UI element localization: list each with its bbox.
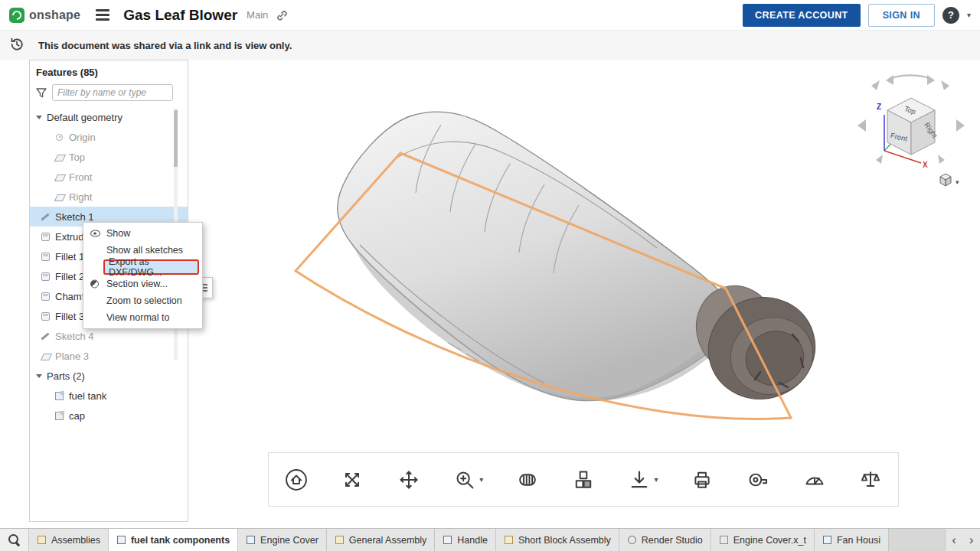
menu-item-section-view[interactable]: Section view... [83,276,202,292]
view-cube[interactable]: Top Front Right Z X ▾ [858,75,965,186]
top-bar: onshape Gas Leaf Blower Main CREATE ACCO… [0,0,980,31]
tab-render-studio[interactable]: Render Studio [619,529,711,551]
eye-icon [90,230,100,237]
fillet-icon [41,272,51,282]
export-button[interactable]: ▾ [624,465,661,495]
sketch-icon [41,212,51,222]
onshape-logo-text: onshape [29,8,80,22]
part-studio-tab-icon [246,535,256,545]
part-studio-tab-icon [116,535,126,545]
tree-item-front-plane[interactable]: Front [30,167,188,187]
assembly-tab-icon [504,535,514,545]
onshape-logo-icon [9,8,24,23]
view-cube-caret-icon[interactable]: ▾ [956,178,959,186]
filter-icon [36,88,47,98]
view-toolbar: ▾ ▾ [268,452,899,507]
chevron-down-icon[interactable] [36,116,42,119]
fillet-icon [41,252,51,262]
tab-search-button[interactable] [0,529,29,551]
sketch-icon [41,331,51,341]
tab-fuel-tank-components[interactable]: fuel tank components [109,529,238,551]
tree-item-origin[interactable]: Origin [30,127,188,147]
fillet-icon [41,311,51,321]
extrude-icon [41,232,51,242]
axis-x-label: X [923,161,928,169]
plane-icon [54,192,64,202]
tree-item-fuel-tank[interactable]: fuel tank [30,386,188,406]
part-icon [54,391,64,401]
tab-scroll-right-icon[interactable]: › [969,533,973,547]
view-only-banner: This document was shared via a link and … [0,31,980,60]
zoom-button[interactable]: ▾ [449,465,486,495]
tree-item-right-plane[interactable]: Right [30,187,188,207]
plane-icon [54,152,64,162]
tree-group-parts[interactable]: Parts (2) [30,366,188,386]
menu-item-view-normal-to[interactable]: View normal to [83,309,202,326]
filter-input[interactable] [52,84,173,101]
tab-fan-housing[interactable]: Fan Housi [815,529,889,551]
export-caret-icon[interactable]: ▾ [654,475,658,484]
tab-engine-cover[interactable]: Engine Cover [238,529,327,551]
tree-item-top-plane[interactable]: Top [30,147,188,167]
render-studio-tab-icon [627,535,637,545]
document-title: Gas Leaf Blower [123,7,237,24]
tab-engine-cover-xt[interactable]: Engine Cover.x_t [711,529,815,551]
part-studio-tab-icon [822,535,832,545]
assembly-tab-icon [37,535,47,545]
view-cube-menu-button[interactable]: ▾ [940,174,959,186]
scrollbar-thumb[interactable] [174,110,178,167]
workspace-name[interactable]: Main [247,9,268,21]
tree-item-plane-3[interactable]: Plane 3 [30,346,188,366]
protractor-button[interactable] [799,465,830,495]
help-caret-icon[interactable]: ▾ [967,11,971,19]
tab-list: Assemblies fuel tank components Engine C… [29,529,945,551]
tab-scroll-controls: ‹ › [945,529,980,551]
tab-assemblies[interactable]: Assemblies [29,529,109,551]
appearance-button[interactable] [568,465,599,495]
context-menu: Show Show all sketches Export as DXF/DWG… [83,222,203,329]
create-account-button[interactable]: CREATE ACCOUNT [743,4,861,27]
fuel-tank-model[interactable] [296,112,828,419]
chevron-down-icon[interactable] [36,374,42,378]
tab-scroll-left-icon[interactable]: ‹ [952,533,956,547]
assembly-tab-icon [335,535,345,545]
tree-group-default-geometry[interactable]: Default geometry [30,107,188,127]
orbit-button[interactable] [337,465,368,495]
measure-button[interactable] [743,465,773,495]
section-view-button[interactable] [512,465,543,495]
chamfer-icon [41,292,51,302]
document-tab-bar: Assemblies fuel tank components Engine C… [0,528,980,551]
plane-icon [41,351,51,361]
tab-handle[interactable]: Handle [435,529,496,551]
menu-item-export-dxf-dwg[interactable]: Export as DXF/DWG... [83,259,202,276]
onshape-logo[interactable]: onshape [9,8,80,23]
share-link-icon[interactable] [276,9,288,21]
zoom-caret-icon[interactable]: ▾ [479,475,483,484]
mass-properties-button[interactable] [855,465,886,495]
features-title: Features (85) [30,60,188,81]
tab-general-assembly[interactable]: General Assembly [327,529,435,551]
help-icon[interactable]: ? [942,7,959,24]
print-button[interactable] [687,465,717,495]
part-icon [54,411,64,421]
sign-in-button[interactable]: SIGN IN [868,4,935,27]
pan-button[interactable] [394,465,424,495]
search-icon [8,534,21,546]
history-icon[interactable] [8,36,25,56]
tab-short-block-assembly[interactable]: Short Block Assembly [496,529,619,551]
view-only-text: This document was shared via a link and … [38,40,292,51]
export-highlight-annotation[interactable]: Export as DXF/DWG... [103,259,199,275]
plane-icon [54,172,64,182]
part-studio-tab-icon [443,535,452,545]
home-view-button[interactable] [281,465,312,495]
menu-item-show[interactable]: Show [83,225,202,242]
main-menu-icon[interactable] [96,9,109,21]
section-view-icon [90,280,99,289]
imported-file-tab-icon [719,535,729,545]
origin-icon [54,132,64,142]
menu-item-zoom-to-selection[interactable]: Zoom to selection [83,292,202,309]
axis-z-label: Z [877,103,881,111]
tree-item-cap[interactable]: cap [30,406,188,425]
left-gutter [0,60,29,528]
